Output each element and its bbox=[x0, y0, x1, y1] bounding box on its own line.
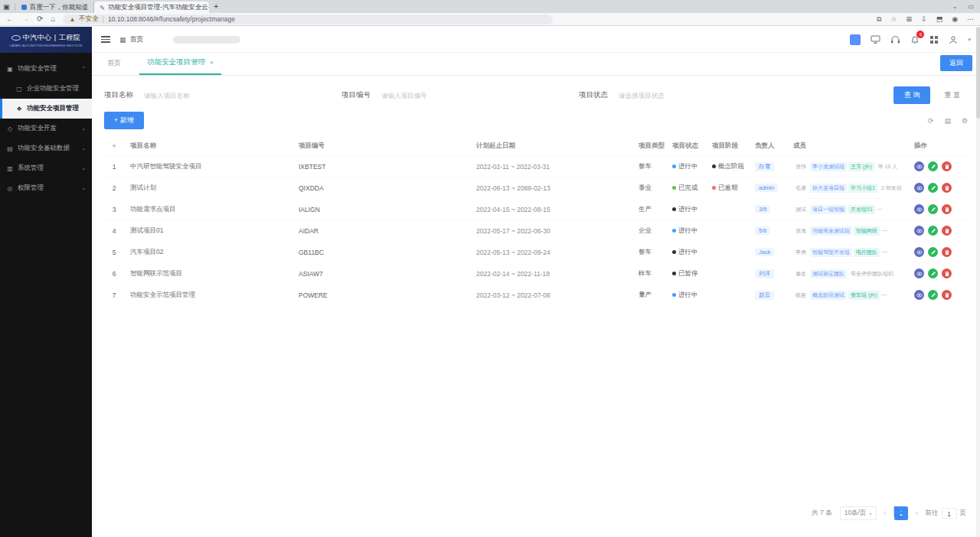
project-name-cell[interactable]: 中汽研智能驾驶安全项目 bbox=[127, 156, 296, 177]
edit-button[interactable] bbox=[928, 247, 938, 257]
reset-button[interactable]: 重 置 bbox=[936, 86, 968, 104]
column-header[interactable]: 项目状态 bbox=[669, 137, 709, 156]
notification-bell-icon[interactable]: 6 bbox=[910, 35, 920, 44]
column-header[interactable]: 操作 bbox=[911, 137, 971, 156]
sidebar-item-3[interactable]: ◇功能安全开发⌄ bbox=[0, 119, 92, 138]
sidebar-item-4[interactable]: ▤功能安全基础数据⌄ bbox=[0, 138, 92, 158]
breadcrumb-home[interactable]: 首页 bbox=[130, 34, 144, 44]
collections-icon[interactable]: ⊞ bbox=[906, 15, 913, 24]
menu-item-label: 功能安全基础数据 bbox=[18, 144, 70, 153]
extensions-icon[interactable]: ⬒ bbox=[936, 15, 943, 24]
browser-menu-icon[interactable]: ⋯ bbox=[967, 15, 974, 24]
delete-button[interactable] bbox=[942, 183, 952, 193]
user-avatar-icon[interactable] bbox=[949, 35, 958, 44]
member-tag: 王芳 (外) bbox=[848, 162, 874, 171]
tab-home[interactable]: 首页 bbox=[103, 58, 126, 75]
view-button[interactable] bbox=[914, 226, 924, 236]
sidebar-item-6[interactable]: ◎权限管理⌄ bbox=[0, 178, 92, 198]
headset-icon[interactable] bbox=[890, 35, 900, 44]
project-name-cell[interactable]: 测试项目01 bbox=[127, 220, 296, 242]
browser-tab-title: 百度一下，你就知道 bbox=[30, 3, 89, 12]
address-bar[interactable]: ▲ 不安全 | 10.10.108:8046/#/funcsafety/proj… bbox=[63, 15, 553, 24]
prev-page-button[interactable]: ‹ bbox=[884, 509, 887, 517]
user-menu-caret-icon[interactable]: ▾ bbox=[968, 37, 971, 43]
view-button[interactable] bbox=[914, 247, 924, 257]
security-label[interactable]: 不安全 bbox=[79, 15, 99, 24]
refresh-icon[interactable]: ⟳ bbox=[37, 15, 43, 23]
member-tag: 李小龙测试组 bbox=[810, 162, 847, 171]
column-header[interactable]: 负责人 bbox=[752, 137, 790, 156]
sidebar-item-0[interactable]: ▣功能安全管理⌃ bbox=[0, 59, 92, 79]
edit-button[interactable] bbox=[928, 183, 938, 193]
sidebar-item-2[interactable]: ❖功能安全项目管理 bbox=[0, 99, 92, 119]
edit-button[interactable] bbox=[928, 290, 938, 300]
page-size-select[interactable]: 10条/页 ▾ bbox=[840, 506, 877, 520]
column-header[interactable]: 项目阶段 bbox=[709, 137, 752, 156]
delete-button[interactable] bbox=[942, 226, 952, 236]
tab-close-icon[interactable]: × bbox=[210, 59, 214, 66]
column-header[interactable]: 项目名称 bbox=[127, 137, 296, 156]
search-button[interactable]: 查 询 bbox=[893, 86, 931, 104]
favorites-star-icon[interactable]: ☆ bbox=[890, 15, 897, 24]
project-name-cell[interactable]: 功能安全示范项目管理 bbox=[127, 285, 296, 306]
split-screen-icon[interactable]: ⧉ bbox=[877, 15, 881, 24]
back-icon[interactable]: ← bbox=[6, 15, 14, 23]
apps-grid-icon[interactable] bbox=[929, 35, 939, 44]
sidebar-item-5[interactable]: ▥系统管理⌄ bbox=[0, 158, 92, 178]
current-page-button[interactable]: 1 bbox=[894, 506, 908, 520]
column-setting-icon[interactable]: ▤ bbox=[944, 117, 951, 125]
profile-avatar-icon[interactable]: ◉ bbox=[952, 15, 958, 24]
add-button[interactable]: + 新增 bbox=[104, 112, 144, 129]
project-status-select[interactable] bbox=[614, 89, 767, 103]
project-name-cell[interactable]: 功能需求点项目 bbox=[127, 199, 296, 220]
goto-page-input[interactable]: 1 bbox=[942, 508, 957, 519]
collapse-menu-icon[interactable] bbox=[101, 36, 110, 43]
page-scrollbar[interactable] bbox=[976, 27, 980, 537]
owner-tag: admin bbox=[755, 184, 778, 192]
browser-tab-1[interactable]: 百度一下，你就知道 bbox=[16, 2, 95, 13]
column-header[interactable]: 成员 bbox=[790, 137, 911, 156]
project-name-input[interactable] bbox=[139, 89, 292, 103]
workspace-avatar[interactable] bbox=[850, 34, 861, 45]
tab-search-icon[interactable]: ⌄ bbox=[952, 3, 958, 10]
tab-project-management-active[interactable]: 功能安全项目管理 × bbox=[139, 57, 221, 75]
view-button[interactable] bbox=[914, 183, 924, 193]
view-button[interactable] bbox=[914, 161, 924, 171]
refresh-table-icon[interactable]: ⟳ bbox=[928, 117, 934, 125]
view-button[interactable] bbox=[914, 204, 924, 214]
table-settings-icon[interactable]: ⚙ bbox=[962, 117, 968, 125]
url-text[interactable]: 10.10.108:8046/#/funcsafety/projectmanag… bbox=[108, 15, 235, 23]
delete-button[interactable] bbox=[942, 161, 952, 171]
expand-all-header[interactable]: + bbox=[101, 137, 127, 156]
project-name-cell[interactable]: 汽车项目02 bbox=[127, 242, 296, 263]
view-button[interactable] bbox=[914, 290, 924, 300]
sidebar-item-1[interactable]: ▢企业功能安全管理 bbox=[0, 79, 92, 99]
column-header[interactable]: 项目类型 bbox=[635, 137, 669, 156]
view-button[interactable] bbox=[914, 268, 924, 278]
next-page-button[interactable]: › bbox=[916, 509, 918, 517]
delete-button[interactable] bbox=[942, 268, 952, 278]
edit-button[interactable] bbox=[928, 268, 938, 278]
app-header: ▦ 首页 6 bbox=[92, 27, 980, 53]
column-header[interactable]: 项目编号 bbox=[296, 137, 473, 156]
monitor-icon[interactable] bbox=[871, 35, 880, 44]
forward-icon[interactable]: → bbox=[21, 15, 29, 23]
edit-button[interactable] bbox=[928, 161, 938, 171]
new-tab-button[interactable]: + bbox=[214, 2, 218, 11]
edit-button[interactable] bbox=[928, 204, 938, 214]
back-button[interactable]: 返回 bbox=[940, 55, 972, 71]
column-header[interactable]: 计划起止日期 bbox=[473, 137, 635, 156]
row-index: 2 bbox=[101, 177, 127, 199]
home-icon[interactable]: ⌂ bbox=[51, 15, 55, 23]
project-name-cell[interactable]: 智能网联示范项目 bbox=[127, 263, 296, 285]
tab-list-icon[interactable]: ▣ | bbox=[3, 3, 16, 11]
delete-button[interactable] bbox=[942, 247, 952, 257]
delete-button[interactable] bbox=[942, 204, 952, 214]
downloads-icon[interactable]: ⇩ bbox=[921, 15, 927, 24]
browser-tab-2-active[interactable]: ✎ 功能安全项目管理-汽车功能安全云平台 × bbox=[94, 2, 209, 13]
edit-button[interactable] bbox=[928, 226, 938, 236]
window-controls-icon[interactable]: ▭ bbox=[968, 3, 974, 10]
project-name-cell[interactable]: 测试计划 bbox=[127, 177, 296, 199]
project-code-input[interactable] bbox=[377, 89, 530, 103]
delete-button[interactable] bbox=[942, 290, 952, 300]
